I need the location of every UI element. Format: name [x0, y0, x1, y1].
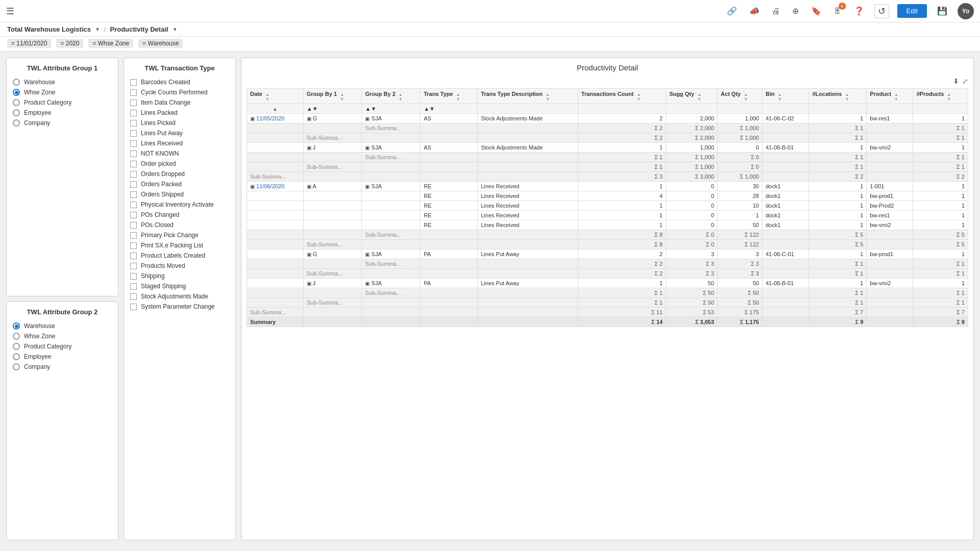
- col-products[interactable]: #Products ▲▼: [913, 89, 968, 104]
- hamburger-icon[interactable]: ☰: [6, 6, 14, 17]
- radio-circle-whsezone-1: [13, 89, 20, 96]
- cb-pos-changed[interactable]: POs Changed: [130, 210, 229, 220]
- radio-productcategory-2[interactable]: Product Category: [13, 341, 112, 352]
- sub-summa-row: Sub-Summa... Σ 2 Σ 3 Σ 3 Σ 1 Σ 1: [247, 269, 968, 279]
- transaction-type-panel: TWL Transaction Type Barcodes Created Cy…: [124, 58, 236, 540]
- radio-whsezone-2[interactable]: Whse Zone: [13, 331, 112, 341]
- edit-button[interactable]: Edit: [897, 4, 927, 18]
- main-content: TWL Attribute Group 1 Warehouse Whse Zon…: [0, 52, 980, 546]
- expand-icon[interactable]: ⤢: [962, 77, 968, 85]
- radio-employee-1[interactable]: Employee: [13, 108, 112, 118]
- radio-company-1[interactable]: Company: [13, 118, 112, 128]
- announce-icon[interactable]: 📣: [747, 4, 762, 18]
- expand-date-2[interactable]: ▣: [250, 184, 255, 189]
- print-icon[interactable]: 🖨: [770, 5, 782, 18]
- cb-staged-shipping[interactable]: Staged Shipping: [130, 281, 229, 291]
- radio-warehouse-1[interactable]: Warehouse: [13, 77, 112, 87]
- cb-order-picked[interactable]: Order picked: [130, 159, 229, 169]
- help-icon[interactable]: ❓: [852, 4, 866, 18]
- filter-year[interactable]: = 2020: [56, 39, 83, 48]
- cb-products-moved[interactable]: Products Moved: [130, 261, 229, 271]
- cb-stock-adj[interactable]: Stock Adjustments Made: [130, 291, 229, 302]
- col-locations[interactable]: #Locations ▲▼: [809, 89, 867, 104]
- expand-j-pa[interactable]: ▣: [307, 281, 311, 286]
- cb-primary-pick[interactable]: Primary Pick Change: [130, 230, 229, 240]
- cb-barcodes[interactable]: Barcodes Created: [130, 77, 229, 87]
- left-panels: TWL Attribute Group 1 Warehouse Whse Zon…: [6, 58, 118, 540]
- cb-lines-put-away[interactable]: Lines Put Away: [130, 128, 229, 138]
- radio-circle-employee-1: [13, 109, 20, 116]
- expand-sja-pa-j[interactable]: ▣: [365, 281, 370, 286]
- attr-group-1-panel: TWL Attribute Group 1 Warehouse Whse Zon…: [6, 58, 118, 296]
- sub-summa-row: Sub-Summa... Σ 11 Σ 53 Σ 175 Σ 7 Σ 7: [247, 308, 968, 317]
- filters-bar: = 11/01/2020 = 2020 = Whse Zone = Wareho…: [0, 37, 980, 52]
- top-nav: ☰ 🔗 📣 🖨 ⊕ 🔖 🎚4 ❓ ↺ Edit 💾 Yo: [0, 0, 980, 22]
- cb-system-param[interactable]: System Parameter Change: [130, 302, 229, 312]
- cb-shipping[interactable]: Shipping: [130, 271, 229, 281]
- expand-sja-pa[interactable]: ▣: [365, 252, 370, 257]
- cb-physical-inv[interactable]: Physical Inventory Activate: [130, 199, 229, 210]
- cb-product-labels[interactable]: Product Labels Created: [130, 251, 229, 261]
- expand-g2-j[interactable]: ▣: [365, 145, 370, 151]
- cb-item-data[interactable]: Item Data Change: [130, 97, 229, 108]
- cb-cycle[interactable]: Cycle Counts Performed: [130, 87, 229, 97]
- expand-g-pa[interactable]: ▣: [307, 252, 311, 257]
- attr-group-1-title: TWL Attribute Group 1: [13, 64, 112, 72]
- link-icon[interactable]: 🔗: [725, 4, 739, 18]
- sub-summa-row: Sub-Summa... Σ 8 Σ 0 Σ 122 Σ 5 Σ 5: [247, 230, 968, 240]
- col-group-by-2[interactable]: Group By 2 ▲▼: [362, 89, 421, 104]
- expand-g1[interactable]: ▣: [307, 116, 311, 121]
- radio-circle-company-2: [13, 363, 20, 370]
- radio-circle-employee-2: [13, 353, 20, 360]
- col-bin[interactable]: Bin ▲▼: [762, 89, 808, 104]
- filter-date[interactable]: = 11/01/2020: [7, 39, 51, 48]
- bookmark-icon[interactable]: 🔖: [809, 4, 823, 18]
- expand-date-1[interactable]: ▣: [250, 116, 255, 121]
- expand-g2-1[interactable]: ▣: [365, 116, 370, 121]
- cb-orders-packed[interactable]: Orders Packed: [130, 179, 229, 189]
- filter-warehouse[interactable]: = Warehouse: [138, 39, 183, 48]
- col-tx-count[interactable]: Transactions Count ▲▼: [578, 89, 666, 104]
- col-act-qty[interactable]: Act Qty ▲▼: [718, 89, 763, 104]
- avatar: Yo: [958, 3, 974, 19]
- summary-row: Summary Σ 14 Σ 3,053 Σ 1,175 Σ 9 Σ 9: [247, 317, 968, 327]
- cb-not-known[interactable]: NOT KNOWN: [130, 148, 229, 159]
- col-trans-type[interactable]: Trans Type ▲▼: [421, 89, 478, 104]
- radio-circle-whsezone-2: [13, 333, 20, 340]
- cb-lines-picked[interactable]: Lines Picked: [130, 118, 229, 128]
- filter-zone[interactable]: = Whse Zone: [88, 39, 133, 48]
- table-row: RELines Received 1010 dock11bw-Prod21: [247, 201, 968, 211]
- cb-lines-packed[interactable]: Lines Packed: [130, 108, 229, 118]
- col-trans-desc[interactable]: Trans Type Description ▲▼: [478, 89, 578, 104]
- breadcrumb-sub[interactable]: Productivity Detail: [110, 26, 168, 33]
- col-date[interactable]: Date ▲▼: [247, 89, 304, 104]
- radio-productcategory-1[interactable]: Product Category: [13, 97, 112, 108]
- expand-g2-a[interactable]: ▣: [365, 184, 370, 189]
- download-icon[interactable]: ⬇: [953, 77, 959, 85]
- expand-j[interactable]: ▣: [307, 145, 311, 151]
- refresh-icon[interactable]: ↺: [874, 4, 889, 18]
- cb-print-sx[interactable]: Print SX.e Packing List: [130, 240, 229, 251]
- col-product[interactable]: Product ▲▼: [867, 89, 913, 104]
- breadcrumb-main[interactable]: Total Warehouse Logistics: [7, 26, 91, 33]
- radio-employee-2[interactable]: Employee: [13, 352, 112, 362]
- cb-orders-shipped[interactable]: Orders Shipped: [130, 189, 229, 199]
- radio-company-2[interactable]: Company: [13, 362, 112, 372]
- save-icon[interactable]: 💾: [935, 4, 949, 18]
- breadcrumb-dropdown-sub[interactable]: ▼: [173, 27, 178, 32]
- cb-orders-dropped[interactable]: Orders Dropped: [130, 169, 229, 179]
- col-group-by-1[interactable]: Group By 1 ▲▼: [303, 89, 362, 104]
- radio-warehouse-2[interactable]: Warehouse: [13, 321, 112, 331]
- table-row: ▣ J ▣ SJA PALines Put Away 15050 41-08-B…: [247, 279, 968, 288]
- sub-summa-row: Sub-Summa... Σ 3 Σ 3,000 Σ 1,000 Σ 2 Σ 2: [247, 172, 968, 182]
- cb-lines-received[interactable]: Lines Received: [130, 138, 229, 148]
- cb-pos-closed[interactable]: POs Closed: [130, 220, 229, 230]
- col-sugg-qty[interactable]: Sugg Qty ▲▼: [666, 89, 718, 104]
- expand-a[interactable]: ▣: [307, 184, 311, 189]
- radio-whsezone-1[interactable]: Whse Zone: [13, 87, 112, 97]
- sub-summa-row: Sub-Summa... Σ 8 Σ 0 Σ 122 Σ 5 Σ 5: [247, 240, 968, 249]
- breadcrumb-dropdown-main[interactable]: ▼: [95, 27, 100, 32]
- table-row: RELines Received 4028 dock11bw-prod11: [247, 191, 968, 201]
- filter-icon[interactable]: 🎚4: [831, 5, 844, 18]
- add-icon[interactable]: ⊕: [790, 4, 801, 18]
